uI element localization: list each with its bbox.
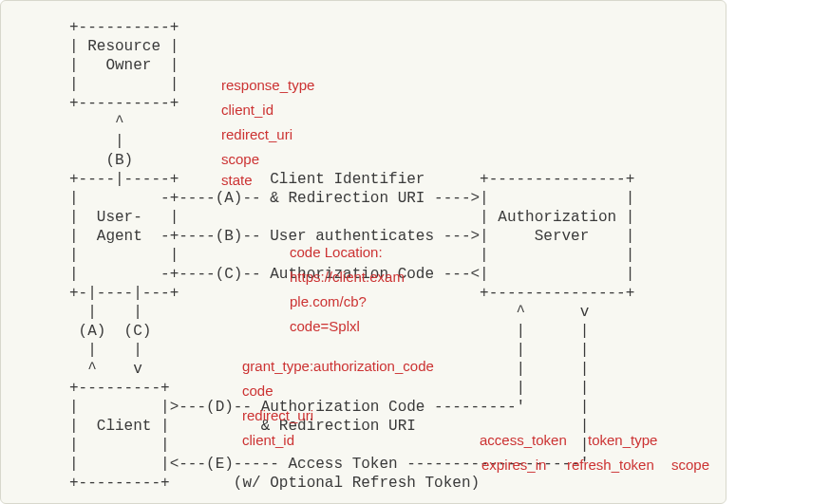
oauth-authcode-diagram-panel: +----------+ | Resource | | Owner | | | … bbox=[0, 0, 726, 504]
ascii-flow-diagram: +----------+ | Resource | | Owner | | | … bbox=[24, 18, 703, 493]
